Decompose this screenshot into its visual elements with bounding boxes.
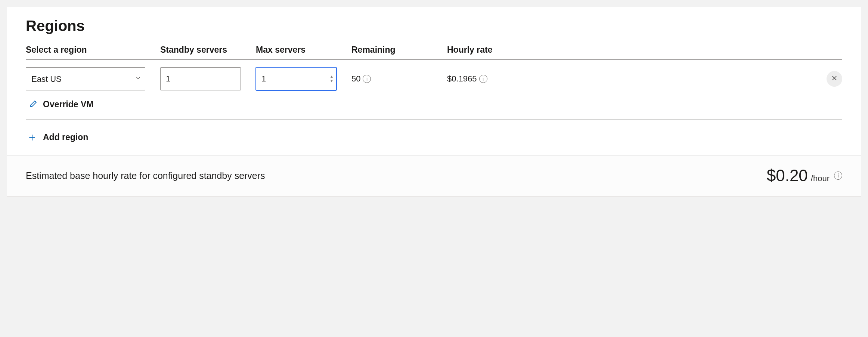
estimate-footer: Estimated base hourly rate for configure…	[7, 155, 861, 196]
max-spinner: ▲ ▼	[256, 67, 337, 90]
remaining-cell: 50 i	[351, 74, 447, 84]
plus-icon: ＋	[27, 132, 38, 143]
remaining-value: 50	[351, 74, 360, 84]
add-region-label: Add region	[43, 132, 88, 142]
estimate-amount: $0.20	[767, 166, 808, 185]
region-cell: East US	[26, 67, 160, 90]
region-select-wrap: East US	[26, 67, 145, 90]
max-input[interactable]	[256, 67, 337, 90]
header-standby: Standby servers	[160, 45, 256, 55]
estimate-label: Estimated base hourly rate for configure…	[26, 170, 265, 181]
row-separator	[26, 120, 842, 120]
standby-input[interactable]	[160, 67, 241, 90]
estimate-rate: $0.20 /hour i	[767, 166, 842, 185]
region-select[interactable]: East US	[26, 67, 145, 90]
max-cell: ▲ ▼	[256, 67, 351, 90]
info-icon[interactable]: i	[363, 75, 371, 83]
spinner-buttons: ▲ ▼	[329, 75, 334, 83]
estimate-per: /hour	[811, 174, 830, 183]
info-icon[interactable]: i	[834, 171, 842, 180]
info-icon[interactable]: i	[479, 75, 487, 83]
standby-cell	[160, 67, 256, 90]
spinner-up-icon[interactable]: ▲	[329, 75, 334, 78]
header-max: Max servers	[256, 45, 351, 55]
add-region-button[interactable]: ＋ Add region	[26, 120, 88, 155]
override-vm-label: Override VM	[43, 99, 94, 109]
regions-card: Regions Select a region Standby servers …	[7, 7, 861, 197]
delete-cell	[820, 71, 842, 87]
table-row: East US ▲ ▼	[26, 60, 842, 90]
card-body: Regions Select a region Standby servers …	[7, 7, 861, 155]
hourly-value: $0.1965	[447, 74, 477, 84]
section-title: Regions	[26, 18, 842, 34]
table-header-row: Select a region Standby servers Max serv…	[26, 45, 842, 60]
hourly-cell: $0.1965 i	[447, 74, 820, 84]
header-remaining: Remaining	[351, 45, 447, 55]
close-icon	[831, 74, 838, 84]
override-vm-button[interactable]: Override VM	[26, 90, 94, 120]
spinner-down-icon[interactable]: ▼	[329, 79, 334, 83]
pencil-icon	[30, 99, 38, 110]
delete-row-button[interactable]	[827, 71, 842, 87]
header-region: Select a region	[26, 45, 160, 55]
header-hourly: Hourly rate	[447, 45, 820, 55]
